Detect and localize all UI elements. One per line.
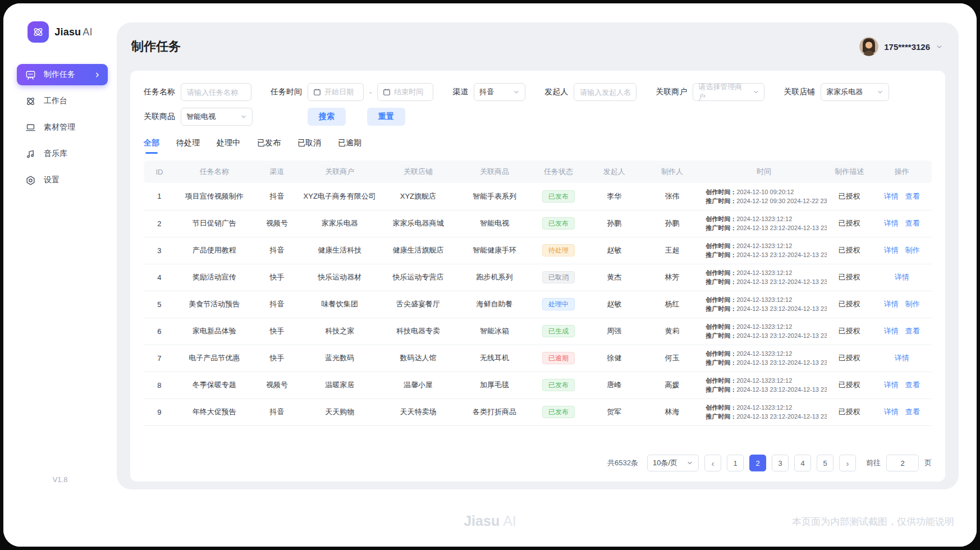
product-select[interactable]: 智能电视 bbox=[181, 108, 253, 126]
action-link[interactable]: 制作 bbox=[905, 246, 920, 254]
cell-time: 创作时间：2024-12-1323:12:12 推广时间：2024-12-13 … bbox=[701, 210, 827, 237]
search-button[interactable]: 搜索 bbox=[308, 108, 346, 126]
cell-maker: 杨红 bbox=[643, 291, 701, 318]
cell-initiator: 唐峰 bbox=[585, 372, 643, 398]
cell-shop: 温馨小屋 bbox=[379, 372, 457, 398]
tab-all[interactable]: 全部 bbox=[144, 138, 159, 154]
action-link[interactable]: 详情 bbox=[884, 246, 899, 254]
table-row: 5 美食节活动预告 抖音 味餐饮集团 舌尖盛宴餐厅 海鲜自助餐 处理中 赵敏 杨… bbox=[144, 291, 932, 318]
sidebar-item-tasks[interactable]: 制作任务 bbox=[17, 64, 108, 85]
action-link[interactable]: 详情 bbox=[884, 381, 899, 389]
action-link[interactable]: 查看 bbox=[905, 192, 920, 200]
action-link[interactable]: 制作 bbox=[905, 300, 920, 308]
cell-initiator: 贺军 bbox=[585, 398, 643, 425]
sidebar-item-workbench[interactable]: 工作台 bbox=[17, 90, 108, 112]
cell-id: 1 bbox=[144, 183, 175, 210]
cell-maker: 林海 bbox=[643, 398, 701, 425]
table-row: 4 奖励活动宣传 快手 快乐运动器材 快乐运动专营店 跑步机系列 已取消 黄杰 … bbox=[144, 264, 932, 291]
column-header: 渠道 bbox=[254, 161, 301, 183]
sidebar-item-music[interactable]: 音乐库 bbox=[17, 143, 108, 164]
cell-product: 智能冰箱 bbox=[457, 318, 532, 345]
sidebar-item-materials[interactable]: 素材管理 bbox=[17, 117, 108, 138]
action-link[interactable]: 详情 bbox=[884, 300, 899, 308]
user-menu[interactable]: 175****3126 bbox=[859, 37, 943, 56]
task-name-input[interactable] bbox=[181, 83, 251, 101]
tab-processing[interactable]: 处理中 bbox=[217, 138, 240, 154]
column-header: 任务名称 bbox=[175, 161, 254, 183]
cell-product: 海鲜自助餐 bbox=[457, 291, 532, 318]
page-number-button[interactable]: 1 bbox=[727, 455, 744, 471]
action-link[interactable]: 详情 bbox=[884, 219, 899, 227]
action-link[interactable]: 详情 bbox=[895, 354, 909, 362]
goto-page-input[interactable] bbox=[886, 455, 919, 471]
cell-actions: 详情查看 bbox=[872, 372, 932, 398]
column-header: 时间 bbox=[701, 161, 827, 183]
cell-shop: XYZ旗舰店 bbox=[379, 183, 457, 210]
initiator-input[interactable] bbox=[574, 83, 636, 101]
prev-page-button[interactable]: ‹ bbox=[704, 455, 721, 471]
sidebar-item-label: 制作任务 bbox=[44, 70, 75, 80]
column-header: ID bbox=[144, 161, 175, 183]
action-link[interactable]: 查看 bbox=[905, 327, 920, 335]
cell-merchant: 快乐运动器材 bbox=[300, 264, 379, 291]
action-link[interactable]: 查看 bbox=[905, 407, 920, 416]
page-number-button[interactable]: 2 bbox=[749, 455, 766, 471]
shop-select[interactable]: 家家乐电器 bbox=[821, 83, 889, 101]
atom-icon bbox=[25, 95, 36, 107]
channel-select[interactable]: 抖音 bbox=[474, 83, 525, 101]
column-header: 操作 bbox=[872, 161, 932, 183]
action-link[interactable]: 详情 bbox=[884, 407, 899, 416]
cell-description: 已授权 bbox=[827, 291, 872, 318]
action-link[interactable]: 查看 bbox=[905, 219, 920, 227]
action-link[interactable]: 详情 bbox=[884, 327, 899, 335]
cell-description: 已授权 bbox=[827, 264, 872, 291]
status-badge: 已逾期 bbox=[542, 352, 575, 364]
cell-initiator: 赵敏 bbox=[585, 237, 643, 264]
cell-merchant: 温暖家居 bbox=[300, 372, 379, 398]
chevron-down-icon bbox=[936, 43, 943, 51]
next-page-button[interactable]: › bbox=[839, 455, 856, 471]
cell-shop: 舌尖盛宴餐厅 bbox=[379, 291, 457, 318]
cell-maker: 王超 bbox=[643, 237, 701, 264]
cell-time: 创作时间：2024-12-1323:12:12 推广时间：2024-12-13 … bbox=[701, 291, 827, 318]
end-date-picker[interactable]: 结束时间 bbox=[377, 83, 433, 101]
status-badge: 待处理 bbox=[542, 244, 575, 256]
merchant-select[interactable]: 请选择管理商户 bbox=[693, 83, 764, 101]
cell-status: 已发布 bbox=[532, 372, 585, 398]
page-number-button[interactable]: 4 bbox=[794, 455, 811, 471]
cell-task-name: 产品使用教程 bbox=[175, 237, 254, 264]
page-number-button[interactable]: 5 bbox=[817, 455, 834, 471]
tab-pending[interactable]: 待处理 bbox=[176, 138, 200, 154]
status-badge: 已生成 bbox=[542, 325, 575, 337]
sidebar-menu: 制作任务 工作台 素材管理 音乐库 设置 bbox=[3, 64, 117, 191]
tab-cancelled[interactable]: 已取消 bbox=[297, 138, 321, 154]
cell-task-name: 项目宣传视频制作 bbox=[175, 183, 254, 210]
cell-channel: 快手 bbox=[254, 264, 301, 291]
cell-id: 6 bbox=[144, 318, 175, 345]
reset-button[interactable]: 重置 bbox=[367, 108, 405, 126]
cell-status: 已发布 bbox=[532, 398, 585, 425]
gear-icon bbox=[25, 175, 36, 186]
content-card: 任务名称 任务时间 开始日期 - 结束时间 bbox=[130, 71, 945, 482]
page-footer: JiasuAI 本页面为内部测试截图，仅供功能说明 bbox=[0, 494, 980, 550]
page-size-select[interactable]: 10条/页 bbox=[647, 455, 699, 471]
logo: JiasuAI bbox=[3, 21, 117, 43]
cell-description: 已授权 bbox=[827, 318, 872, 345]
cell-merchant: 蓝光数码 bbox=[300, 345, 379, 372]
table-header-row: ID任务名称渠道关联商户关联店铺关联商品任务状态发起人制作人时间制作描述操作 bbox=[144, 161, 932, 183]
chevron-down-icon bbox=[513, 89, 520, 95]
action-link[interactable]: 详情 bbox=[884, 192, 899, 200]
action-link[interactable]: 查看 bbox=[905, 381, 920, 389]
cell-product: 各类打折商品 bbox=[457, 398, 532, 425]
cell-status: 已取消 bbox=[532, 264, 585, 291]
tab-overdue[interactable]: 已逾期 bbox=[338, 138, 361, 154]
page-number-button[interactable]: 3 bbox=[772, 455, 789, 471]
sidebar-item-settings[interactable]: 设置 bbox=[17, 169, 108, 191]
cell-task-name: 电子产品节优惠 bbox=[175, 345, 254, 372]
cell-merchant: 家家乐电器 bbox=[300, 210, 379, 237]
start-date-picker[interactable]: 开始日期 bbox=[308, 83, 364, 101]
cell-task-name: 美食节活动预告 bbox=[175, 291, 254, 318]
tab-published[interactable]: 已发布 bbox=[257, 138, 281, 154]
cell-id: 3 bbox=[144, 237, 175, 264]
action-link[interactable]: 详情 bbox=[895, 273, 909, 281]
